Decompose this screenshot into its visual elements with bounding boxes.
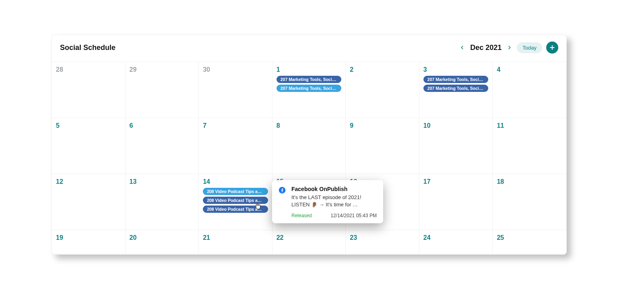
add-button[interactable] (546, 42, 558, 54)
event-pill[interactable]: 207 Marketing Tools, Social … (277, 85, 342, 92)
month-label: Dec 2021 (469, 44, 502, 52)
day-number: 22 (277, 234, 342, 241)
calendar-cell[interactable]: 7 (199, 118, 272, 174)
event-pill[interactable]: 207 Marketing Tools, Social … (277, 76, 342, 83)
day-number: 19 (56, 234, 121, 241)
event-pill[interactable]: 207 Marketing Tools, Social … (423, 85, 489, 92)
event-popover: Facebook OnPublish It's the LAST episode… (272, 180, 383, 223)
popover-title: Facebook OnPublish (291, 186, 377, 192)
calendar-cell[interactable]: 10 (419, 118, 493, 174)
calendar-cell[interactable]: 29 (126, 62, 199, 118)
calendar-cell[interactable]: 5 (52, 118, 126, 174)
calendar-cell[interactable]: 6 (126, 118, 199, 174)
day-number: 5 (56, 122, 121, 129)
calendar-cell[interactable]: 12 (52, 174, 126, 230)
popover-text-line2: LISTEN 👂🏽 → It's time for … (291, 201, 377, 208)
day-number: 11 (497, 122, 562, 129)
event-pill[interactable]: 208 Video Podcast Tips and… (203, 197, 268, 204)
popover-timestamp: 12/14/2021 05:43 PM (330, 213, 377, 218)
day-number: 7 (203, 122, 268, 129)
day-number: 1 (277, 66, 342, 73)
calendar-cell[interactable]: 8 (272, 118, 346, 174)
day-number: 29 (130, 66, 195, 73)
day-number: 12 (56, 178, 121, 185)
day-number: 4 (497, 66, 562, 73)
day-number: 18 (497, 178, 562, 185)
calendar-cell[interactable]: 4 (493, 62, 566, 118)
prev-month-button[interactable] (459, 44, 465, 51)
calendar-cell[interactable]: 19 (52, 230, 126, 254)
calendar-cell[interactable]: 21 (199, 230, 272, 254)
day-number: 20 (130, 234, 195, 241)
day-number: 13 (130, 178, 195, 185)
calendar-cell[interactable]: 1207 Marketing Tools, Social …207 Market… (272, 62, 346, 118)
calendar-cell[interactable]: 11 (493, 118, 566, 174)
calendar-cell[interactable]: 23 (346, 230, 419, 254)
calendar-grid: 2829301207 Marketing Tools, Social …207 … (52, 62, 566, 254)
day-number: 8 (277, 122, 342, 129)
day-number: 24 (423, 234, 489, 241)
calendar-cell[interactable]: 28 (52, 62, 126, 118)
page-title: Social Schedule (60, 44, 116, 52)
event-pill[interactable]: 208 Video Podcast Tips and… (203, 206, 268, 213)
popover-text-line1: It's the LAST episode of 2021! (291, 194, 377, 201)
day-number: 23 (350, 234, 415, 241)
calendar-cell[interactable]: 24 (419, 230, 493, 254)
day-number: 9 (350, 122, 415, 129)
day-number: 17 (423, 178, 489, 185)
next-month-button[interactable] (506, 44, 513, 51)
calendar-cell[interactable]: 2 (346, 62, 419, 118)
header-controls: Dec 2021 Today (459, 42, 558, 54)
event-pill[interactable]: 207 Marketing Tools, Social … (423, 76, 489, 83)
day-number: 6 (130, 122, 195, 129)
calendar-cell[interactable]: 20 (126, 230, 199, 254)
day-number: 10 (423, 122, 489, 129)
day-number: 2 (350, 66, 415, 73)
calendar-cell[interactable]: 17 (419, 174, 493, 230)
day-number: 28 (56, 66, 121, 73)
calendar-cell[interactable]: 30 (199, 62, 272, 118)
day-number: 21 (203, 234, 268, 241)
calendar-cell[interactable]: 14208 Video Podcast Tips and…208 Video P… (199, 174, 272, 230)
calendar-cell[interactable]: 25 (493, 230, 566, 254)
day-number: 30 (203, 66, 268, 73)
calendar-cell[interactable]: 3207 Marketing Tools, Social …207 Market… (419, 62, 493, 118)
calendar-cell[interactable]: 18 (493, 174, 566, 230)
popover-status: Released (291, 213, 312, 218)
facebook-icon (279, 187, 286, 194)
calendar-cell[interactable]: 9 (346, 118, 419, 174)
day-number: 3 (423, 66, 489, 73)
header: Social Schedule Dec 2021 Today (52, 35, 566, 62)
event-pill[interactable]: 208 Video Podcast Tips and… (203, 188, 268, 195)
day-number: 14 (203, 178, 268, 185)
today-button[interactable]: Today (517, 42, 542, 53)
day-number: 25 (497, 234, 562, 241)
calendar-cell[interactable]: 22 (272, 230, 346, 254)
calendar-cell[interactable]: 13 (126, 174, 199, 230)
